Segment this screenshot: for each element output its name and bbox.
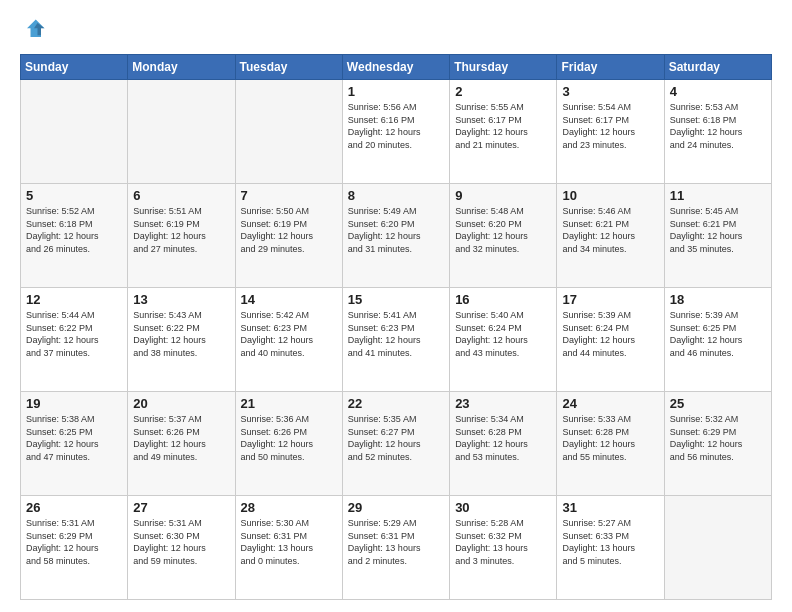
day-info: Sunrise: 5:55 AM Sunset: 6:17 PM Dayligh…: [455, 101, 551, 151]
calendar-cell: 6Sunrise: 5:51 AM Sunset: 6:19 PM Daylig…: [128, 184, 235, 288]
day-number: 14: [241, 292, 337, 307]
calendar-cell: 11Sunrise: 5:45 AM Sunset: 6:21 PM Dayli…: [664, 184, 771, 288]
day-number: 8: [348, 188, 444, 203]
calendar-cell: 13Sunrise: 5:43 AM Sunset: 6:22 PM Dayli…: [128, 288, 235, 392]
day-number: 3: [562, 84, 658, 99]
calendar-cell: 15Sunrise: 5:41 AM Sunset: 6:23 PM Dayli…: [342, 288, 449, 392]
calendar-cell: 22Sunrise: 5:35 AM Sunset: 6:27 PM Dayli…: [342, 392, 449, 496]
day-info: Sunrise: 5:51 AM Sunset: 6:19 PM Dayligh…: [133, 205, 229, 255]
calendar-cell: 16Sunrise: 5:40 AM Sunset: 6:24 PM Dayli…: [450, 288, 557, 392]
day-number: 21: [241, 396, 337, 411]
calendar-cell: [235, 80, 342, 184]
calendar-cell: [21, 80, 128, 184]
day-number: 17: [562, 292, 658, 307]
day-info: Sunrise: 5:27 AM Sunset: 6:33 PM Dayligh…: [562, 517, 658, 567]
weekday-header-sunday: Sunday: [21, 55, 128, 80]
day-number: 23: [455, 396, 551, 411]
calendar-cell: 30Sunrise: 5:28 AM Sunset: 6:32 PM Dayli…: [450, 496, 557, 600]
calendar-cell: [664, 496, 771, 600]
header: [20, 16, 772, 44]
day-info: Sunrise: 5:31 AM Sunset: 6:30 PM Dayligh…: [133, 517, 229, 567]
day-info: Sunrise: 5:31 AM Sunset: 6:29 PM Dayligh…: [26, 517, 122, 567]
weekday-header-thursday: Thursday: [450, 55, 557, 80]
day-number: 7: [241, 188, 337, 203]
day-info: Sunrise: 5:41 AM Sunset: 6:23 PM Dayligh…: [348, 309, 444, 359]
day-number: 2: [455, 84, 551, 99]
calendar-cell: 21Sunrise: 5:36 AM Sunset: 6:26 PM Dayli…: [235, 392, 342, 496]
week-row-1: 1Sunrise: 5:56 AM Sunset: 6:16 PM Daylig…: [21, 80, 772, 184]
day-info: Sunrise: 5:32 AM Sunset: 6:29 PM Dayligh…: [670, 413, 766, 463]
day-number: 18: [670, 292, 766, 307]
calendar-cell: 2Sunrise: 5:55 AM Sunset: 6:17 PM Daylig…: [450, 80, 557, 184]
logo: [20, 16, 52, 44]
day-number: 9: [455, 188, 551, 203]
day-info: Sunrise: 5:29 AM Sunset: 6:31 PM Dayligh…: [348, 517, 444, 567]
calendar-cell: 1Sunrise: 5:56 AM Sunset: 6:16 PM Daylig…: [342, 80, 449, 184]
weekday-row: SundayMondayTuesdayWednesdayThursdayFrid…: [21, 55, 772, 80]
calendar-header: SundayMondayTuesdayWednesdayThursdayFrid…: [21, 55, 772, 80]
week-row-4: 19Sunrise: 5:38 AM Sunset: 6:25 PM Dayli…: [21, 392, 772, 496]
day-info: Sunrise: 5:48 AM Sunset: 6:20 PM Dayligh…: [455, 205, 551, 255]
calendar-cell: 20Sunrise: 5:37 AM Sunset: 6:26 PM Dayli…: [128, 392, 235, 496]
day-number: 27: [133, 500, 229, 515]
calendar-cell: 8Sunrise: 5:49 AM Sunset: 6:20 PM Daylig…: [342, 184, 449, 288]
day-info: Sunrise: 5:54 AM Sunset: 6:17 PM Dayligh…: [562, 101, 658, 151]
page: SundayMondayTuesdayWednesdayThursdayFrid…: [0, 0, 792, 612]
calendar-cell: 10Sunrise: 5:46 AM Sunset: 6:21 PM Dayli…: [557, 184, 664, 288]
calendar-cell: 5Sunrise: 5:52 AM Sunset: 6:18 PM Daylig…: [21, 184, 128, 288]
day-number: 31: [562, 500, 658, 515]
day-info: Sunrise: 5:33 AM Sunset: 6:28 PM Dayligh…: [562, 413, 658, 463]
week-row-3: 12Sunrise: 5:44 AM Sunset: 6:22 PM Dayli…: [21, 288, 772, 392]
calendar-cell: 26Sunrise: 5:31 AM Sunset: 6:29 PM Dayli…: [21, 496, 128, 600]
day-info: Sunrise: 5:39 AM Sunset: 6:24 PM Dayligh…: [562, 309, 658, 359]
day-info: Sunrise: 5:35 AM Sunset: 6:27 PM Dayligh…: [348, 413, 444, 463]
day-number: 15: [348, 292, 444, 307]
day-info: Sunrise: 5:37 AM Sunset: 6:26 PM Dayligh…: [133, 413, 229, 463]
day-number: 30: [455, 500, 551, 515]
calendar-cell: 23Sunrise: 5:34 AM Sunset: 6:28 PM Dayli…: [450, 392, 557, 496]
calendar-cell: 12Sunrise: 5:44 AM Sunset: 6:22 PM Dayli…: [21, 288, 128, 392]
day-info: Sunrise: 5:38 AM Sunset: 6:25 PM Dayligh…: [26, 413, 122, 463]
day-info: Sunrise: 5:52 AM Sunset: 6:18 PM Dayligh…: [26, 205, 122, 255]
day-number: 25: [670, 396, 766, 411]
day-number: 10: [562, 188, 658, 203]
calendar-cell: 4Sunrise: 5:53 AM Sunset: 6:18 PM Daylig…: [664, 80, 771, 184]
day-info: Sunrise: 5:28 AM Sunset: 6:32 PM Dayligh…: [455, 517, 551, 567]
day-number: 20: [133, 396, 229, 411]
day-info: Sunrise: 5:40 AM Sunset: 6:24 PM Dayligh…: [455, 309, 551, 359]
day-info: Sunrise: 5:36 AM Sunset: 6:26 PM Dayligh…: [241, 413, 337, 463]
day-number: 22: [348, 396, 444, 411]
calendar-cell: 19Sunrise: 5:38 AM Sunset: 6:25 PM Dayli…: [21, 392, 128, 496]
weekday-header-friday: Friday: [557, 55, 664, 80]
day-number: 6: [133, 188, 229, 203]
day-number: 24: [562, 396, 658, 411]
day-info: Sunrise: 5:53 AM Sunset: 6:18 PM Dayligh…: [670, 101, 766, 151]
day-number: 26: [26, 500, 122, 515]
week-row-5: 26Sunrise: 5:31 AM Sunset: 6:29 PM Dayli…: [21, 496, 772, 600]
day-number: 11: [670, 188, 766, 203]
day-number: 4: [670, 84, 766, 99]
weekday-header-monday: Monday: [128, 55, 235, 80]
day-info: Sunrise: 5:45 AM Sunset: 6:21 PM Dayligh…: [670, 205, 766, 255]
day-info: Sunrise: 5:49 AM Sunset: 6:20 PM Dayligh…: [348, 205, 444, 255]
calendar-cell: 14Sunrise: 5:42 AM Sunset: 6:23 PM Dayli…: [235, 288, 342, 392]
day-info: Sunrise: 5:50 AM Sunset: 6:19 PM Dayligh…: [241, 205, 337, 255]
day-info: Sunrise: 5:44 AM Sunset: 6:22 PM Dayligh…: [26, 309, 122, 359]
day-info: Sunrise: 5:46 AM Sunset: 6:21 PM Dayligh…: [562, 205, 658, 255]
day-number: 12: [26, 292, 122, 307]
calendar-cell: 3Sunrise: 5:54 AM Sunset: 6:17 PM Daylig…: [557, 80, 664, 184]
day-number: 13: [133, 292, 229, 307]
day-info: Sunrise: 5:39 AM Sunset: 6:25 PM Dayligh…: [670, 309, 766, 359]
day-number: 29: [348, 500, 444, 515]
weekday-header-saturday: Saturday: [664, 55, 771, 80]
calendar-cell: 7Sunrise: 5:50 AM Sunset: 6:19 PM Daylig…: [235, 184, 342, 288]
calendar-cell: 18Sunrise: 5:39 AM Sunset: 6:25 PM Dayli…: [664, 288, 771, 392]
calendar-cell: 28Sunrise: 5:30 AM Sunset: 6:31 PM Dayli…: [235, 496, 342, 600]
calendar-cell: [128, 80, 235, 184]
calendar-cell: 29Sunrise: 5:29 AM Sunset: 6:31 PM Dayli…: [342, 496, 449, 600]
calendar-body: 1Sunrise: 5:56 AM Sunset: 6:16 PM Daylig…: [21, 80, 772, 600]
weekday-header-wednesday: Wednesday: [342, 55, 449, 80]
calendar-cell: 25Sunrise: 5:32 AM Sunset: 6:29 PM Dayli…: [664, 392, 771, 496]
day-info: Sunrise: 5:30 AM Sunset: 6:31 PM Dayligh…: [241, 517, 337, 567]
calendar-cell: 27Sunrise: 5:31 AM Sunset: 6:30 PM Dayli…: [128, 496, 235, 600]
